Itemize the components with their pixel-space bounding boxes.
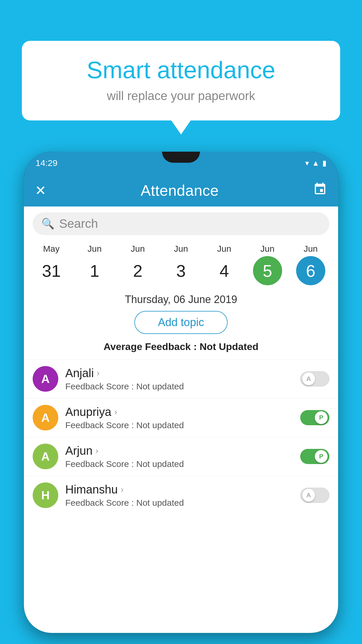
speech-bubble: Smart attendance will replace your paper… [22,41,340,120]
feedback-score: Feedback Score : Not updated [65,459,293,469]
chevron-right-icon: › [114,407,117,417]
student-item[interactable]: AAnupriya›Feedback Score : Not updatedP [24,398,338,437]
feedback-score: Feedback Score : Not updated [65,382,293,391]
cal-date-number: 3 [166,256,196,285]
signal-icon: ▲ [312,159,319,168]
cal-date-number: 6 [296,256,325,285]
student-info: Arjun›Feedback Score : Not updated [65,444,293,469]
feedback-label: Feedback Score : [65,420,134,430]
phone-notch [162,152,200,163]
feedback-value: Not updated [136,420,184,430]
status-bar: 14:29 ▾ ▲ ▮ [24,152,338,174]
toggle-container[interactable]: P [300,410,329,425]
attendance-toggle[interactable]: P [300,410,329,425]
cal-month-label: Jun [174,244,188,254]
avatar: A [33,405,58,430]
student-info: Anupriya›Feedback Score : Not updated [65,405,293,430]
toggle-container[interactable]: P [300,449,329,464]
avatar: H [33,482,58,508]
app-bar: ✕ Attendance [24,174,338,206]
student-name-text: Arjun [65,444,92,457]
avg-feedback-value: Not Updated [200,341,259,352]
search-input[interactable]: Search [59,217,98,231]
toggle-container[interactable]: A [300,488,329,503]
toggle-knob: A [302,489,315,502]
calendar-day-1[interactable]: Jun1 [77,244,112,285]
add-topic-button[interactable]: Add topic [134,311,228,334]
feedback-value: Not updated [136,498,184,508]
cal-month-label: May [43,244,60,254]
cal-month-label: Jun [87,244,101,254]
cal-month-label: Jun [217,244,231,254]
student-name: Anjali› [65,367,293,380]
calendar-button[interactable] [313,182,327,199]
student-name: Arjun› [65,444,293,457]
feedback-label: Feedback Score : [65,382,134,391]
student-list: AAnjali›Feedback Score : Not updatedAAAn… [24,359,338,514]
chevron-right-icon: › [97,368,100,378]
avg-feedback-label: Average Feedback : [103,341,197,352]
cal-date-number: 4 [210,256,239,285]
speech-title: Smart attendance [39,57,323,83]
search-icon: 🔍 [41,218,55,230]
attendance-toggle[interactable]: A [300,488,329,503]
calendar-day-5[interactable]: Jun5 [250,244,285,285]
student-item[interactable]: HHimanshu›Feedback Score : Not updatedA [24,476,338,514]
selected-date-label: Thursday, 06 June 2019 [24,285,338,311]
feedback-score: Feedback Score : Not updated [65,420,293,430]
feedback-label: Feedback Score : [65,498,134,508]
avatar: A [33,444,58,469]
student-name-text: Anjali [65,367,94,380]
student-info: Himanshu›Feedback Score : Not updated [65,483,293,508]
student-name-text: Anupriya [65,405,111,419]
status-icons: ▾ ▲ ▮ [305,159,326,168]
student-item[interactable]: AArjun›Feedback Score : Not updatedP [24,437,338,476]
cal-month-label: Jun [304,244,318,254]
toggle-knob: P [315,411,328,424]
calendar-day-2[interactable]: Jun2 [120,244,155,285]
app-bar-title: Attendance [140,182,219,199]
status-time: 14:29 [36,158,57,168]
calendar-day-31[interactable]: May31 [34,244,69,285]
cal-date-number: 5 [253,256,282,285]
close-button[interactable]: ✕ [35,183,46,198]
calendar-strip: May31Jun1Jun2Jun3Jun4Jun5Jun6 [24,241,338,285]
feedback-value: Not updated [136,459,184,469]
student-name-text: Himanshu [65,483,118,496]
chevron-right-icon: › [121,484,124,494]
search-bar[interactable]: 🔍 Search [33,212,329,235]
feedback-label: Feedback Score : [65,459,134,469]
avatar: A [33,366,58,392]
cal-date-number: 2 [123,256,152,285]
student-info: Anjali›Feedback Score : Not updated [65,367,293,391]
attendance-toggle[interactable]: A [300,371,329,386]
toggle-knob: A [302,372,315,385]
cal-date-number: 1 [80,256,109,285]
phone-frame: 14:29 ▾ ▲ ▮ ✕ Attendance 🔍 Search May [24,152,338,633]
calendar-day-6[interactable]: Jun6 [293,244,328,285]
attendance-toggle[interactable]: P [300,449,329,464]
feedback-value: Not updated [136,382,184,391]
speech-subtitle: will replace your paperwork [39,89,323,103]
calendar-day-3[interactable]: Jun3 [164,244,198,285]
student-name: Himanshu› [65,483,293,496]
toggle-knob: P [315,450,328,463]
battery-icon: ▮ [322,159,326,168]
search-container: 🔍 Search [24,206,338,241]
student-name: Anupriya› [65,405,293,419]
toggle-container[interactable]: A [300,371,329,386]
phone-content: 🔍 Search May31Jun1Jun2Jun3Jun4Jun5Jun6 T… [24,206,338,633]
speech-bubble-container: Smart attendance will replace your paper… [22,41,340,120]
chevron-right-icon: › [95,446,98,456]
student-item[interactable]: AAnjali›Feedback Score : Not updatedA [24,359,338,398]
calendar-day-4[interactable]: Jun4 [207,244,242,285]
avg-feedback: Average Feedback : Not Updated [24,341,338,359]
wifi-icon: ▾ [305,159,309,168]
cal-month-label: Jun [260,244,274,254]
feedback-score: Feedback Score : Not updated [65,498,293,508]
cal-date-number: 31 [37,256,66,285]
cal-month-label: Jun [131,244,145,254]
